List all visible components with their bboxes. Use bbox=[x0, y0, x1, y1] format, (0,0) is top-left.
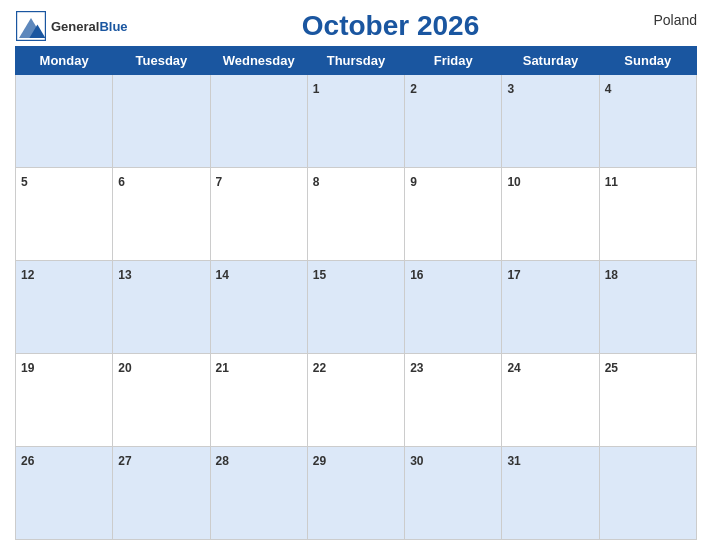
day-number: 14 bbox=[216, 268, 229, 282]
calendar-day-cell: 1 bbox=[307, 75, 404, 168]
calendar-table: MondayTuesdayWednesdayThursdayFridaySatu… bbox=[15, 46, 697, 540]
day-number: 1 bbox=[313, 82, 320, 96]
day-number: 23 bbox=[410, 361, 423, 375]
day-number: 5 bbox=[21, 175, 28, 189]
calendar-day-cell: 11 bbox=[599, 168, 696, 261]
day-number: 24 bbox=[507, 361, 520, 375]
day-number: 25 bbox=[605, 361, 618, 375]
day-number: 9 bbox=[410, 175, 417, 189]
calendar-week-row: 1234 bbox=[16, 75, 697, 168]
day-number: 2 bbox=[410, 82, 417, 96]
day-number: 12 bbox=[21, 268, 34, 282]
logo-text: GeneralBlue bbox=[51, 17, 128, 35]
calendar-day-cell bbox=[599, 447, 696, 540]
calendar-day-cell bbox=[16, 75, 113, 168]
calendar-week-row: 567891011 bbox=[16, 168, 697, 261]
day-number: 28 bbox=[216, 454, 229, 468]
day-number: 15 bbox=[313, 268, 326, 282]
day-number: 13 bbox=[118, 268, 131, 282]
weekday-header-sunday: Sunday bbox=[599, 47, 696, 75]
weekday-header-monday: Monday bbox=[16, 47, 113, 75]
calendar-day-cell bbox=[210, 75, 307, 168]
calendar-day-cell: 12 bbox=[16, 261, 113, 354]
calendar-header: GeneralBlue October 2026 Poland bbox=[15, 10, 697, 42]
calendar-title: October 2026 bbox=[128, 10, 654, 42]
calendar-day-cell: 2 bbox=[405, 75, 502, 168]
calendar-week-row: 262728293031 bbox=[16, 447, 697, 540]
calendar-day-cell: 31 bbox=[502, 447, 599, 540]
weekday-header-friday: Friday bbox=[405, 47, 502, 75]
day-number: 4 bbox=[605, 82, 612, 96]
calendar-day-cell: 22 bbox=[307, 354, 404, 447]
calendar-day-cell: 24 bbox=[502, 354, 599, 447]
weekday-header-row: MondayTuesdayWednesdayThursdayFridaySatu… bbox=[16, 47, 697, 75]
calendar-week-row: 19202122232425 bbox=[16, 354, 697, 447]
day-number: 26 bbox=[21, 454, 34, 468]
calendar-week-row: 12131415161718 bbox=[16, 261, 697, 354]
calendar-day-cell: 23 bbox=[405, 354, 502, 447]
general-blue-logo-icon bbox=[15, 10, 47, 42]
calendar-day-cell: 17 bbox=[502, 261, 599, 354]
day-number: 31 bbox=[507, 454, 520, 468]
calendar-day-cell: 3 bbox=[502, 75, 599, 168]
calendar-title-area: October 2026 bbox=[128, 10, 654, 42]
country-label: Poland bbox=[653, 10, 697, 28]
logo-blue: Blue bbox=[99, 19, 127, 34]
day-number: 20 bbox=[118, 361, 131, 375]
calendar-day-cell: 16 bbox=[405, 261, 502, 354]
day-number: 30 bbox=[410, 454, 423, 468]
day-number: 19 bbox=[21, 361, 34, 375]
calendar-day-cell: 28 bbox=[210, 447, 307, 540]
day-number: 16 bbox=[410, 268, 423, 282]
calendar-day-cell: 13 bbox=[113, 261, 210, 354]
logo-box: GeneralBlue bbox=[15, 10, 128, 42]
calendar-day-cell bbox=[113, 75, 210, 168]
weekday-header-tuesday: Tuesday bbox=[113, 47, 210, 75]
weekday-header-saturday: Saturday bbox=[502, 47, 599, 75]
calendar-day-cell: 29 bbox=[307, 447, 404, 540]
calendar-day-cell: 4 bbox=[599, 75, 696, 168]
calendar-day-cell: 30 bbox=[405, 447, 502, 540]
day-number: 22 bbox=[313, 361, 326, 375]
calendar-day-cell: 19 bbox=[16, 354, 113, 447]
calendar-day-cell: 21 bbox=[210, 354, 307, 447]
day-number: 11 bbox=[605, 175, 618, 189]
day-number: 17 bbox=[507, 268, 520, 282]
day-number: 29 bbox=[313, 454, 326, 468]
calendar-day-cell: 6 bbox=[113, 168, 210, 261]
day-number: 7 bbox=[216, 175, 223, 189]
day-number: 21 bbox=[216, 361, 229, 375]
calendar-day-cell: 7 bbox=[210, 168, 307, 261]
calendar-day-cell: 8 bbox=[307, 168, 404, 261]
day-number: 18 bbox=[605, 268, 618, 282]
logo-area: GeneralBlue bbox=[15, 10, 128, 42]
day-number: 27 bbox=[118, 454, 131, 468]
calendar-day-cell: 25 bbox=[599, 354, 696, 447]
calendar-day-cell: 26 bbox=[16, 447, 113, 540]
calendar-day-cell: 9 bbox=[405, 168, 502, 261]
calendar-day-cell: 10 bbox=[502, 168, 599, 261]
calendar-day-cell: 20 bbox=[113, 354, 210, 447]
day-number: 10 bbox=[507, 175, 520, 189]
calendar-day-cell: 18 bbox=[599, 261, 696, 354]
weekday-header-wednesday: Wednesday bbox=[210, 47, 307, 75]
weekday-header-thursday: Thursday bbox=[307, 47, 404, 75]
calendar-day-cell: 27 bbox=[113, 447, 210, 540]
calendar-day-cell: 14 bbox=[210, 261, 307, 354]
calendar-day-cell: 5 bbox=[16, 168, 113, 261]
day-number: 3 bbox=[507, 82, 514, 96]
logo-general: General bbox=[51, 19, 99, 34]
calendar-day-cell: 15 bbox=[307, 261, 404, 354]
day-number: 6 bbox=[118, 175, 125, 189]
day-number: 8 bbox=[313, 175, 320, 189]
